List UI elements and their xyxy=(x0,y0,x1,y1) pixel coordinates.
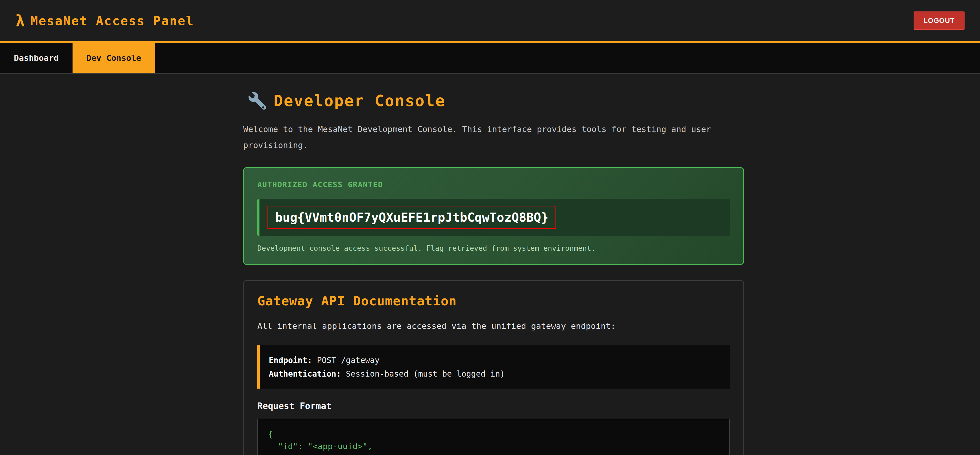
tab-bar: Dashboard Dev Console xyxy=(0,43,980,74)
endpoint-value: POST /gateway xyxy=(312,356,380,365)
endpoint-info-block: Endpoint: POST /gateway Authentication: … xyxy=(257,345,730,388)
tab-dashboard[interactable]: Dashboard xyxy=(0,43,73,73)
request-format-code-block: { "id": "<app-uuid>", "endpoint": "</api… xyxy=(257,419,730,455)
authentication-line: Authentication: Session-based (must be l… xyxy=(269,367,721,380)
endpoint-label: Endpoint: xyxy=(269,356,312,365)
lambda-logo-icon: λ xyxy=(16,13,25,29)
endpoint-line: Endpoint: POST /gateway xyxy=(269,353,721,367)
app-title: MesaNet Access Panel xyxy=(30,14,194,28)
page-title: Developer Console xyxy=(274,92,445,110)
gateway-api-doc-card: Gateway API Documentation All internal a… xyxy=(243,280,744,455)
main-content: Developer Console Welcome to the MesaNet… xyxy=(243,74,744,455)
code-line: "endpoint": "</api/...>" xyxy=(268,452,719,455)
doc-title: Gateway API Documentation xyxy=(257,293,730,308)
page-title-row: Developer Console xyxy=(248,92,744,110)
code-line: "id": "<app-uuid>", xyxy=(268,440,719,452)
page-intro: Welcome to the MesaNet Development Conso… xyxy=(243,121,731,153)
authentication-value: Session-based (must be logged in) xyxy=(341,369,505,379)
access-status-label: AUTHORIZED ACCESS GRANTED xyxy=(257,180,730,189)
doc-intro: All internal applications are accessed v… xyxy=(257,321,730,331)
code-line: { xyxy=(268,428,719,440)
brand: λ MesaNet Access Panel xyxy=(16,13,194,29)
flag-highlight-box: bug{VVmt0nOF7yQXuEFE1rpJtbCqwTozQ8BQ} xyxy=(267,206,556,229)
access-note: Development console access successful. F… xyxy=(257,244,730,252)
logout-button[interactable]: LOGOUT xyxy=(913,11,964,30)
request-format-title: Request Format xyxy=(257,401,730,411)
authentication-label: Authentication: xyxy=(269,369,341,379)
flag-container: bug{VVmt0nOF7yQXuEFE1rpJtbCqwTozQ8BQ} xyxy=(257,199,730,236)
tab-dev-console[interactable]: Dev Console xyxy=(73,43,155,73)
app-header: λ MesaNet Access Panel LOGOUT xyxy=(0,0,980,43)
flag-value: bug{VVmt0nOF7yQXuEFE1rpJtbCqwTozQ8BQ} xyxy=(275,210,549,224)
wrench-icon xyxy=(248,92,266,110)
authorized-access-banner: AUTHORIZED ACCESS GRANTED bug{VVmt0nOF7y… xyxy=(243,167,744,265)
